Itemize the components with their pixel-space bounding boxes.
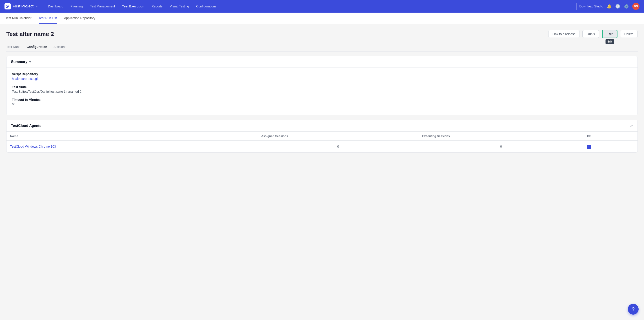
nav-item-test-management[interactable]: Test Management — [87, 3, 118, 10]
col-header-executing-sessions: Executing Sessions — [418, 132, 583, 141]
nav-items: Dashboard Planning Test Management Test … — [45, 3, 574, 10]
nav-item-planning[interactable]: Planning — [68, 3, 86, 10]
os-value — [583, 141, 638, 152]
app-logo — [4, 3, 11, 10]
testcloud-agents-card: TestCloud Agents ⤢ Name Assigned Session… — [6, 120, 638, 152]
run-chevron-icon: ▾ — [594, 32, 595, 36]
nav-item-visual-testing[interactable]: Visual Testing — [166, 3, 192, 10]
summary-card-body: Script Repository healthcare-tests.git T… — [6, 68, 638, 115]
link-to-release-button[interactable]: Link to a release — [548, 30, 580, 38]
settings-icon[interactable]: ⚙️ — [624, 4, 629, 9]
project-chevron-icon: ▾ — [36, 5, 38, 8]
field-timeout: Timeout In Minutes 60 — [12, 98, 632, 106]
executing-sessions-value: 0 — [418, 141, 583, 152]
tab-configuration[interactable]: Configuration — [26, 43, 47, 51]
nav-item-dashboard[interactable]: Dashboard — [45, 3, 66, 10]
table-row: TestCloud Windows Chrome 103 0 0 — [6, 141, 638, 152]
sub-nav: Test Run Calendar Test Run List Applicat… — [0, 13, 644, 24]
avatar[interactable]: DN — [632, 3, 640, 10]
col-header-name: Name — [6, 132, 258, 141]
agent-name[interactable]: TestCloud Windows Chrome 103 — [6, 141, 258, 152]
delete-button[interactable]: Delete — [620, 30, 638, 38]
project-name: First Project — [12, 4, 34, 8]
summary-title: Summary ▾ — [11, 60, 31, 64]
summary-card-header: Summary ▾ — [6, 56, 638, 68]
run-label: Run — [587, 32, 592, 36]
inner-tabs: Test Runs Configuration Sessions — [6, 43, 638, 52]
summary-chevron-icon[interactable]: ▾ — [29, 60, 31, 64]
edit-button[interactable]: Edit — [602, 30, 617, 38]
assigned-sessions-value: 0 — [258, 141, 418, 152]
test-suite-value: Test Suites/TestOps/Daniel test suite 1 … — [12, 90, 632, 93]
table-header: Name Assigned Sessions Executing Session… — [6, 132, 638, 141]
edit-button-wrapper: Edit Edit — [602, 30, 617, 38]
table-body: TestCloud Windows Chrome 103 0 0 — [6, 141, 638, 152]
top-nav: First Project ▾ Dashboard Planning Test … — [0, 0, 644, 13]
table-header-row: Name Assigned Sessions Executing Session… — [6, 132, 638, 141]
page-title: Test after name 2 — [6, 31, 54, 38]
testcloud-agents-table: Name Assigned Sessions Executing Session… — [6, 132, 638, 152]
timeout-label: Timeout In Minutes — [12, 98, 632, 101]
notifications-icon[interactable]: 🔔 — [607, 4, 612, 9]
script-repository-label: Script Repository — [12, 72, 632, 76]
field-test-suite: Test Suite Test Suites/TestOps/Daniel te… — [12, 85, 632, 93]
page-header: Test after name 2 Link to a release Run … — [6, 30, 638, 38]
help-bubble[interactable]: ? — [628, 304, 638, 314]
history-icon[interactable]: 🕐 — [615, 4, 620, 9]
tab-test-runs[interactable]: Test Runs — [6, 43, 20, 51]
page-actions: Link to a release Run ▾ Edit Edit Delete — [548, 30, 638, 38]
nav-item-test-execution[interactable]: Test Execution — [119, 3, 148, 10]
brand-logo[interactable]: First Project ▾ — [4, 3, 38, 10]
nav-item-configurations[interactable]: Configurations — [193, 3, 220, 10]
download-studio-link[interactable]: Download Studio — [579, 5, 603, 8]
subnav-test-run-list[interactable]: Test Run List — [39, 13, 57, 24]
testcloud-agents-title: TestCloud Agents — [11, 124, 41, 128]
test-suite-label: Test Suite — [12, 85, 632, 89]
script-repository-value[interactable]: healthcare-tests.git — [12, 77, 38, 81]
timeout-value: 60 — [12, 102, 632, 106]
windows-os-icon — [587, 145, 591, 149]
nav-divider — [576, 3, 576, 10]
run-button[interactable]: Run ▾ — [582, 30, 599, 38]
tab-sessions[interactable]: Sessions — [54, 43, 66, 51]
main-content: Test after name 2 Link to a release Run … — [0, 24, 644, 320]
col-header-assigned-sessions: Assigned Sessions — [258, 132, 418, 141]
subnav-test-run-calendar[interactable]: Test Run Calendar — [6, 13, 32, 24]
expand-icon[interactable]: ⤢ — [630, 123, 633, 128]
nav-right: Download Studio 🔔 🕐 ⚙️ DN — [579, 3, 640, 10]
testcloud-agents-card-header: TestCloud Agents ⤢ — [6, 120, 638, 132]
testcloud-agents-table-container: Name Assigned Sessions Executing Session… — [6, 132, 638, 152]
field-script-repository: Script Repository healthcare-tests.git — [12, 72, 632, 81]
subnav-application-repository[interactable]: Application Repository — [64, 13, 95, 24]
nav-item-reports[interactable]: Reports — [148, 3, 166, 10]
col-header-os: OS — [583, 132, 638, 141]
summary-card: Summary ▾ Script Repository healthcare-t… — [6, 56, 638, 115]
